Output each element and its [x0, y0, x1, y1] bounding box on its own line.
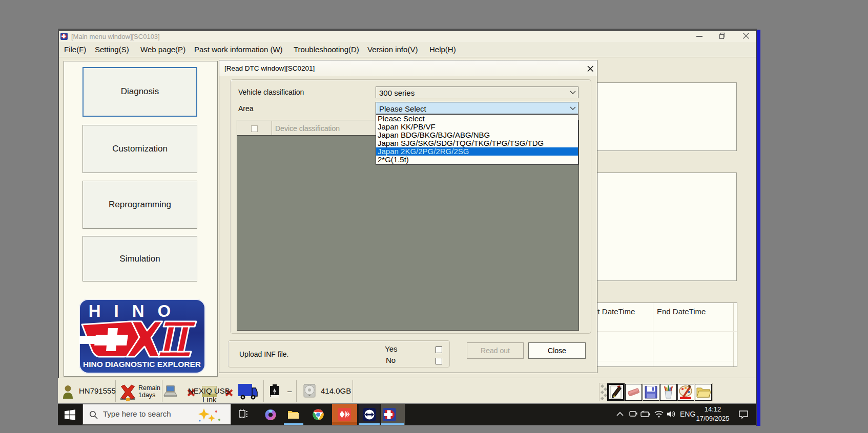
svg-text:HINO: HINO: [89, 301, 184, 320]
svg-text:HINO DIAGNOSTIC EXPLORER: HINO DIAGNOSTIC EXPLORER: [83, 360, 201, 369]
